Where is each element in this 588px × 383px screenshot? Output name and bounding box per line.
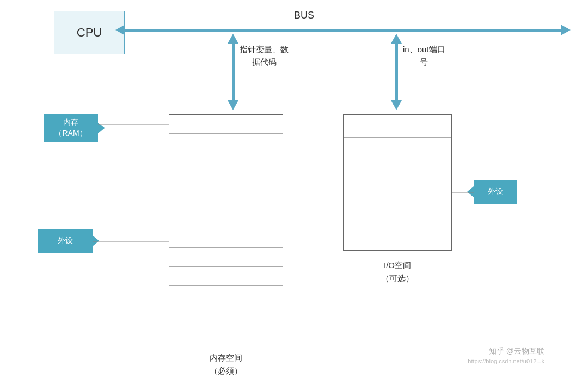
cpu-box: CPU xyxy=(54,11,125,54)
arrow-line-io xyxy=(395,44,398,100)
watermark: 知乎 @云物互联 https://blog.csdn.net/u012...k xyxy=(468,345,544,367)
ram-connector xyxy=(98,119,170,130)
memory-row xyxy=(169,172,283,191)
bus-label: BUS xyxy=(294,10,314,21)
io-row xyxy=(344,160,451,183)
memory-row xyxy=(169,324,283,343)
peripheral-left-tag: 外设 xyxy=(38,229,93,253)
io-row xyxy=(344,115,451,138)
pointer-label: 指针变量、数 据代码 xyxy=(240,44,289,68)
arrow-line-memory xyxy=(232,44,235,100)
arrow-head-down-memory xyxy=(228,100,238,110)
memory-row xyxy=(169,248,283,267)
memory-row xyxy=(169,115,283,134)
vertical-arrow-io xyxy=(391,34,402,110)
arrow-head-down-io xyxy=(391,100,402,110)
peripheral-right-tag: 外设 xyxy=(474,180,517,204)
io-row xyxy=(344,205,451,228)
memory-row xyxy=(169,267,283,286)
io-row xyxy=(344,138,451,161)
vertical-arrow-memory xyxy=(228,34,238,110)
memory-grid-ram xyxy=(169,114,283,343)
io-grid xyxy=(343,114,452,251)
io-row xyxy=(344,183,451,206)
memory-row xyxy=(169,191,283,210)
memory-row xyxy=(169,210,283,229)
io-row xyxy=(344,228,451,251)
peripheral-left-connector xyxy=(93,240,170,242)
memory-space-label: 内存空间 （必须） xyxy=(152,351,299,378)
bus-arrow xyxy=(125,26,561,34)
memory-row xyxy=(169,286,283,305)
arrow-head-up-io xyxy=(391,34,402,44)
memory-row xyxy=(169,134,283,153)
cpu-label: CPU xyxy=(77,26,102,40)
memory-row xyxy=(169,305,283,324)
diagram-container: CPU BUS 指针变量、数 据代码 in、out端口 号 xyxy=(0,0,588,383)
memory-row xyxy=(169,229,283,248)
arrow-head-up-memory xyxy=(228,34,238,44)
ram-callout-tag: 内存 （RAM） xyxy=(44,114,98,142)
io-port-label: in、out端口 号 xyxy=(403,44,445,68)
io-space-label: I/O空间 （可选） xyxy=(327,259,468,285)
memory-row xyxy=(169,153,283,172)
bus-arrow-line xyxy=(125,29,561,32)
peripheral-right-connector xyxy=(452,191,475,193)
